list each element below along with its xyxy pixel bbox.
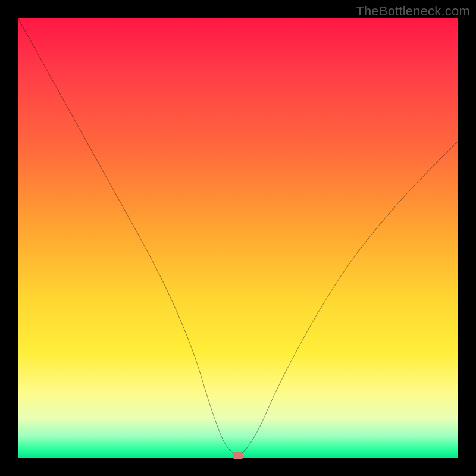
bottleneck-curve xyxy=(18,18,458,458)
optimal-point-marker xyxy=(233,452,243,459)
watermark-text: TheBottleneck.com xyxy=(356,4,470,19)
plot-area xyxy=(18,18,458,458)
